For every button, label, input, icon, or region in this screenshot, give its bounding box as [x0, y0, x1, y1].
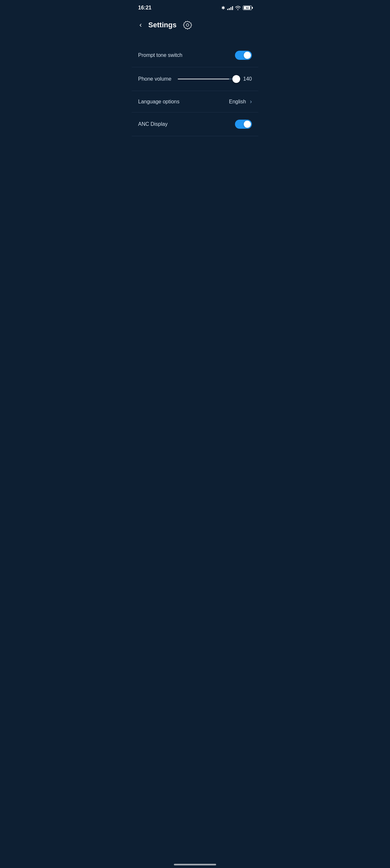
- battery-indicator: 92: [243, 5, 252, 10]
- battery-level: 92: [243, 6, 252, 9]
- language-options-label: Language options: [138, 99, 180, 105]
- signal-bar-1: [227, 9, 228, 10]
- settings-gear-icon: [183, 21, 192, 30]
- slider-fill: [178, 79, 229, 79]
- back-button[interactable]: ‹: [138, 20, 143, 31]
- slider-thumb[interactable]: [232, 75, 240, 83]
- bluetooth-icon: ✱: [221, 5, 225, 10]
- prompt-tone-item: Prompt tone switch: [132, 43, 258, 67]
- phone-volume-item: Phone volume 140: [132, 67, 258, 91]
- wifi-icon: [235, 5, 241, 10]
- status-time: 16:21: [138, 5, 152, 11]
- signal-bar-3: [230, 7, 231, 10]
- prompt-tone-control: [235, 51, 252, 60]
- language-options-item[interactable]: Language options English ›: [132, 91, 258, 113]
- svg-point-1: [186, 24, 189, 26]
- anc-display-item: ANC Display: [132, 113, 258, 136]
- toggle-knob: [244, 52, 251, 59]
- battery-icon: 92: [243, 5, 252, 10]
- volume-value: 140: [240, 76, 252, 82]
- language-options-control: English ›: [229, 98, 252, 105]
- signal-bar-4: [232, 6, 233, 10]
- signal-icon: [227, 5, 233, 10]
- prompt-tone-label: Prompt tone switch: [138, 52, 182, 58]
- prompt-tone-toggle[interactable]: [235, 51, 252, 60]
- chevron-right-icon: ›: [250, 98, 252, 105]
- language-value: English: [229, 99, 246, 105]
- anc-display-control: [235, 120, 252, 129]
- phone-volume-label: Phone volume: [138, 76, 174, 82]
- settings-list: Prompt tone switch Phone volume 140 Lang…: [132, 43, 258, 136]
- svg-marker-0: [183, 21, 192, 29]
- page-title: Settings: [148, 21, 176, 29]
- anc-toggle-knob: [244, 121, 251, 128]
- anc-display-label: ANC Display: [138, 121, 168, 127]
- volume-slider[interactable]: [178, 74, 236, 84]
- signal-bar-2: [229, 8, 230, 10]
- status-bar: 16:21 ✱ 92: [132, 0, 258, 14]
- anc-display-toggle[interactable]: [235, 120, 252, 129]
- slider-track: [178, 79, 236, 79]
- header: ‹ Settings: [132, 14, 258, 37]
- status-icons: ✱ 92: [221, 5, 252, 10]
